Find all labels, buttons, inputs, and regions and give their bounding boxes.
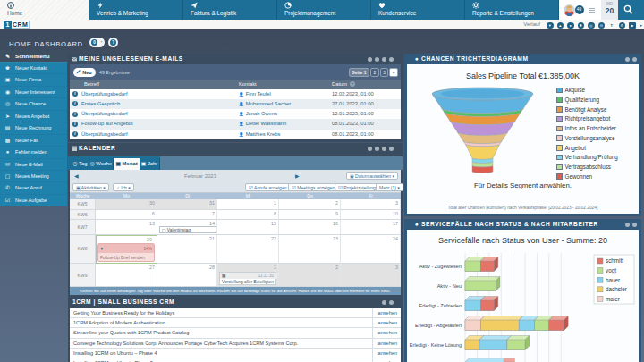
svg-text:Aktiv - Zugewiesen: Aktiv - Zugewiesen [419, 264, 462, 269]
svg-text:vogt: vogt [606, 267, 616, 274]
svg-text:bauer: bauer [606, 277, 620, 283]
svg-text:Erledigt - Keine Lösung: Erledigt - Keine Lösung [410, 342, 462, 348]
svg-text:Aktiv - Neu: Aktiv - Neu [437, 283, 462, 289]
svg-text:Erledigt - Abgelaufen: Erledigt - Abgelaufen [415, 323, 462, 328]
svg-text:Erledigt - Zufrieden: Erledigt - Zufrieden [419, 303, 462, 308]
svg-text:schmitt: schmitt [606, 257, 623, 264]
svg-text:dachsler: dachsler [606, 286, 627, 292]
svg-text:maier: maier [606, 296, 620, 302]
